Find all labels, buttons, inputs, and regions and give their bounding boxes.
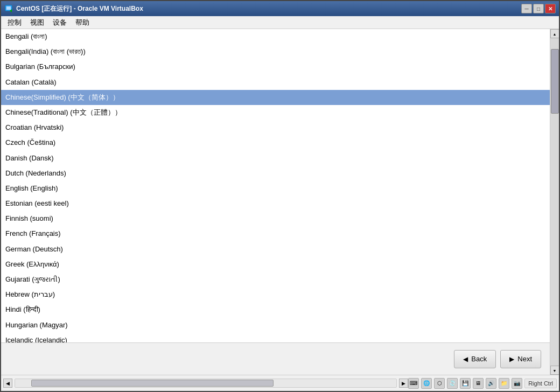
h-scroll-left-button[interactable]: ◀ xyxy=(3,379,12,388)
lang-item-croatian[interactable]: Croatian (Hrvatski) xyxy=(1,120,550,135)
h-scroll-right-button[interactable]: ▶ xyxy=(399,379,408,388)
scroll-down-button[interactable] xyxy=(550,366,559,375)
status-icons-area: ⌨ 🌐 ⬡ 💿 💾 🖥 🔊 📁 📷 Right Ctrl xyxy=(408,378,557,389)
vm-screen: Bengali (বাংলা)Bengali(India) (বাংলা (ভা… xyxy=(1,29,559,375)
disk1-icon[interactable]: 💿 xyxy=(447,378,458,389)
lang-item-icelandic[interactable]: Icelandic (Icelandic) xyxy=(1,333,550,342)
lang-item-greek[interactable]: Greek (Ελληνικά) xyxy=(1,257,550,272)
window-controls: ─ □ ✕ xyxy=(521,4,556,13)
lang-item-catalan[interactable]: Catalan (Català) xyxy=(1,75,550,90)
title-bar: CentOS [正在运行] - Oracle VM VirtualBox ─ □… xyxy=(1,1,559,16)
restore-button[interactable]: □ xyxy=(533,4,544,13)
svg-rect-1 xyxy=(6,6,11,10)
lang-item-danish[interactable]: Danish (Dansk) xyxy=(1,151,550,166)
vm-right-scrollbar xyxy=(550,29,559,375)
app-icon xyxy=(4,4,13,13)
vm-content-area: Bengali (বাংলা)Bengali(India) (বাংলা (ভা… xyxy=(1,29,559,391)
usb-icon[interactable]: ⬡ xyxy=(434,378,445,389)
lang-item-german[interactable]: German (Deutsch) xyxy=(1,242,550,257)
lang-item-bengali[interactable]: Bengali (বাংলা) xyxy=(1,29,550,44)
status-bar: ◀ ▶ ⌨ 🌐 ⬡ 💿 💾 🖥 🔊 📁 📷 Right Ctrl xyxy=(1,375,559,391)
scroll-down-icon xyxy=(553,368,557,373)
lang-item-chinese-traditional[interactable]: Chinese(Traditional) (中文（正體）） xyxy=(1,105,550,120)
back-arrow-icon xyxy=(463,355,468,363)
h-scroll-thumb[interactable] xyxy=(31,380,274,387)
menu-control[interactable]: 控制 xyxy=(3,17,26,29)
scroll-up-icon xyxy=(553,31,557,37)
menu-bar: 控制 视图 设备 帮助 xyxy=(1,16,559,29)
lang-item-estonian[interactable]: Estonian (eesti keel) xyxy=(1,196,550,211)
lang-item-chinese-simplified[interactable]: Chinese(Simplified) (中文（简体）） xyxy=(1,90,550,105)
lang-item-finnish[interactable]: Finnish (suomi) xyxy=(1,211,550,226)
lang-item-french[interactable]: French (Français) xyxy=(1,226,550,241)
next-button[interactable]: Next xyxy=(500,350,541,368)
menu-devices[interactable]: 设备 xyxy=(48,17,71,29)
camera-icon[interactable]: 📷 xyxy=(512,378,522,389)
minimize-button[interactable]: ─ xyxy=(521,4,532,13)
menu-view[interactable]: 视图 xyxy=(26,17,48,29)
lang-item-hebrew[interactable]: Hebrew (עברית) xyxy=(1,287,550,302)
title-bar-left: CentOS [正在运行] - Oracle VM VirtualBox xyxy=(4,4,143,13)
display-icon[interactable]: 🖥 xyxy=(473,378,484,389)
lang-item-hungarian[interactable]: Hungarian (Magyar) xyxy=(1,318,550,333)
next-arrow-icon xyxy=(509,355,514,363)
main-window: CentOS [正在运行] - Oracle VM VirtualBox ─ □… xyxy=(0,0,560,392)
lang-item-bulgarian[interactable]: Bulgarian (Български) xyxy=(1,59,550,74)
scroll-thumb[interactable] xyxy=(551,49,559,114)
lang-item-english[interactable]: English (English) xyxy=(1,181,550,196)
lang-item-dutch[interactable]: Dutch (Nederlands) xyxy=(1,166,550,181)
close-button[interactable]: ✕ xyxy=(545,4,556,13)
language-list-container: Bengali (বাংলা)Bengali(India) (বাংলা (ভা… xyxy=(1,29,550,375)
lang-item-gujarati[interactable]: Gujarati (ગુજરાતી) xyxy=(1,272,550,287)
disk2-icon[interactable]: 💾 xyxy=(460,378,471,389)
audio-icon[interactable]: 🔊 xyxy=(486,378,496,389)
scroll-track[interactable] xyxy=(550,38,559,366)
window-title: CentOS [正在运行] - Oracle VM VirtualBox xyxy=(16,4,143,13)
scroll-up-button[interactable] xyxy=(550,29,559,38)
network-icon[interactable]: 🌐 xyxy=(421,378,432,389)
back-button[interactable]: Back xyxy=(454,350,496,368)
right-ctrl-label: Right Ctrl xyxy=(524,379,557,388)
shared-icon[interactable]: 📁 xyxy=(499,378,509,389)
language-list[interactable]: Bengali (বাংলা)Bengali(India) (বাংলা (ভা… xyxy=(1,29,550,342)
lang-item-hindi[interactable]: Hindi (हिन्दी) xyxy=(1,302,550,317)
lang-item-bengali-india[interactable]: Bengali(India) (বাংলা (ভারত)) xyxy=(1,44,550,59)
menu-help[interactable]: 帮助 xyxy=(71,17,94,29)
horizontal-scrollbar[interactable] xyxy=(15,379,397,388)
lang-item-czech[interactable]: Czech (Čeština) xyxy=(1,135,550,150)
keyboard-icon[interactable]: ⌨ xyxy=(408,378,419,389)
navigation-buttons: Back Next xyxy=(1,342,550,375)
